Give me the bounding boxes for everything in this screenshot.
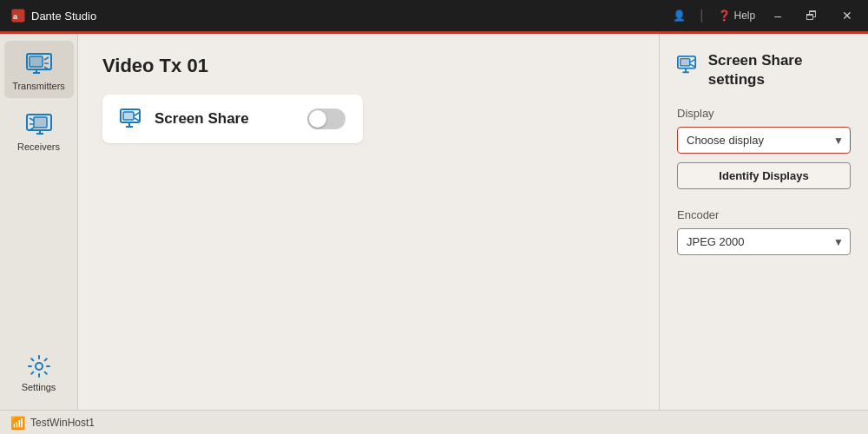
host-label: TestWinHost1: [30, 417, 95, 429]
settings-label: Settings: [22, 382, 56, 392]
receivers-label: Receivers: [17, 141, 60, 152]
display-select-wrapper: Choose display ▼: [677, 127, 851, 154]
sidebar: Transmitters Receivers Settings: [0, 34, 78, 410]
svg-rect-20: [123, 112, 134, 120]
svg-point-18: [36, 363, 43, 370]
help-button[interactable]: ❓ Help: [718, 10, 756, 22]
encoder-label: Encoder: [677, 208, 851, 221]
maximize-button[interactable]: 🗗: [800, 7, 823, 24]
app-name: Dante Studio: [31, 10, 96, 23]
main-layout: Transmitters Receivers Settings: [0, 34, 868, 410]
user-icon[interactable]: 👤: [673, 10, 686, 22]
svg-line-5: [44, 57, 49, 60]
screen-share-toggle[interactable]: [307, 108, 345, 129]
sidebar-item-receivers[interactable]: Receivers: [4, 102, 74, 159]
toggle-knob: [309, 110, 326, 128]
dante-logo-icon: a: [10, 8, 26, 23]
network-icon: 📶: [10, 416, 25, 430]
display-label: Display: [677, 107, 851, 120]
settings-panel: Screen Share settings Display Choose dis…: [660, 34, 868, 410]
screen-share-label: Screen Share: [155, 110, 297, 128]
app-logo: a Dante Studio: [10, 8, 96, 23]
screen-share-icon: [120, 107, 144, 131]
encoder-section: Encoder JPEG 2000 ▼: [677, 208, 851, 255]
close-button[interactable]: ✕: [837, 7, 858, 24]
sidebar-item-transmitters[interactable]: Transmitters: [4, 41, 74, 98]
settings-title: Screen Share settings: [708, 51, 851, 89]
encoder-select[interactable]: JPEG 2000: [677, 228, 851, 255]
separator: |: [700, 8, 703, 23]
sidebar-item-settings[interactable]: Settings: [22, 347, 56, 399]
help-label: Help: [734, 10, 756, 22]
statusbar: 📶 TestWinHost1: [0, 410, 868, 434]
titlebar: a Dante Studio 👤 | ❓ Help – 🗗 ✕: [0, 0, 868, 31]
minimize-button[interactable]: –: [769, 7, 786, 24]
screen-share-card: Screen Share: [102, 95, 363, 143]
encoder-select-wrapper: JPEG 2000 ▼: [677, 228, 851, 255]
settings-panel-icon: [677, 53, 700, 77]
titlebar-controls: 👤 | ❓ Help – 🗗 ✕: [673, 7, 858, 24]
svg-rect-25: [681, 59, 690, 66]
svg-rect-3: [30, 56, 43, 67]
display-select[interactable]: Choose display: [677, 127, 851, 154]
receivers-icon: [25, 110, 53, 138]
transmitters-icon: [25, 49, 53, 77]
help-icon: ❓: [718, 10, 731, 22]
transmitters-label: Transmitters: [12, 81, 65, 91]
svg-rect-11: [34, 117, 47, 128]
identify-displays-button[interactable]: Identify Displays: [677, 162, 851, 189]
content-area: Video Tx 01 Screen Share: [78, 34, 660, 410]
settings-header: Screen Share settings: [677, 51, 851, 89]
settings-icon: [27, 354, 51, 378]
page-title: Video Tx 01: [102, 55, 635, 77]
